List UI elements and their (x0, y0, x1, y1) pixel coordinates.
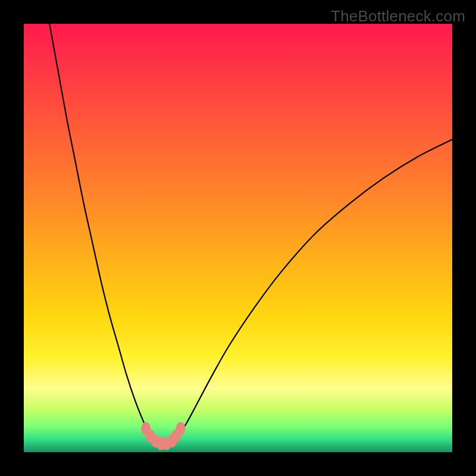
watermark-text: TheBottleneck.com (331, 7, 465, 26)
marker-point (176, 422, 186, 435)
curve-svg (24, 24, 452, 452)
chart-frame: TheBottleneck.com (0, 0, 476, 476)
marker-group (141, 422, 185, 450)
right-curve-path (170, 139, 452, 446)
left-curve-path (49, 24, 161, 446)
plot-area (24, 24, 452, 452)
